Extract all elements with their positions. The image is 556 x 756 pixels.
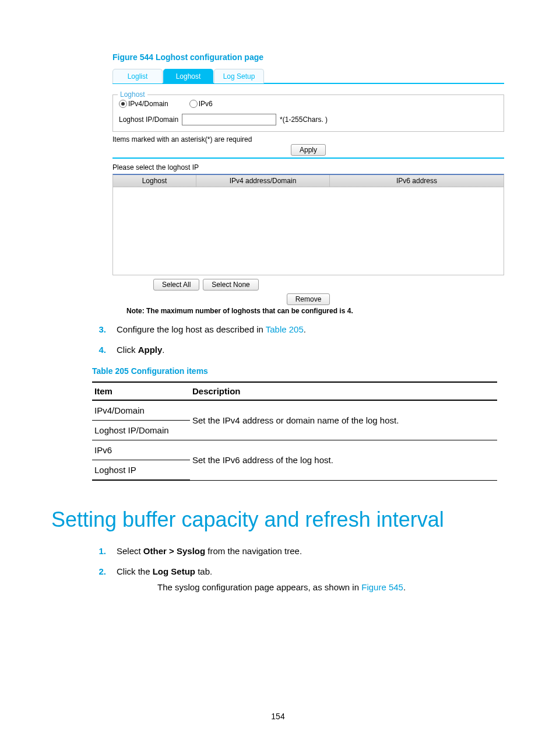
tab-bar: Loglist Loghost Log Setup [112, 68, 504, 84]
step3-text: Configure the log host as described in T… [117, 323, 306, 335]
max-note: Note: The maximum number of loghosts tha… [126, 307, 504, 315]
col-ipv6: IPv6 address [330, 175, 504, 187]
stepb1-text: Select Other > Syslog from the navigatio… [117, 545, 302, 557]
table-row: IPv6 Set the IPv6 address of the log hos… [92, 440, 497, 460]
col-loghost: Loghost [113, 175, 196, 187]
select-prompt: Please select the loghost IP [112, 163, 504, 172]
stepb1-marker: 1. [92, 545, 106, 557]
cell-desc: Set the IPv6 address of the log host. [190, 440, 497, 481]
th-description: Description [190, 382, 497, 400]
stepb1-post: from the navigation tree. [205, 546, 302, 556]
cell-item: IPv4/Domain [92, 400, 190, 421]
radio-ipv4-domain[interactable]: IPv4/Domain [119, 100, 168, 108]
logsetup-word: Log Setup [153, 566, 195, 576]
loghost-screenshot: Loglist Loghost Log Setup Loghost IPv4/D… [112, 68, 504, 315]
remove-button[interactable]: Remove [287, 293, 330, 305]
cell-item: Loghost IP/Domain [92, 421, 190, 440]
table-caption: Table 205 Configuration items [92, 366, 505, 376]
apply-button[interactable]: Apply [291, 144, 326, 156]
tab-loghost[interactable]: Loghost [163, 69, 213, 83]
chars-hint: *(1-255Chars. ) [280, 116, 328, 124]
table-header: Loghost IPv4 address/Domain IPv6 address [112, 174, 504, 187]
page-title: Setting buffer capacity and refresh inte… [51, 508, 505, 532]
step4-text-pre: Click [117, 345, 138, 355]
stepb2-post: tab. [195, 566, 212, 576]
stepb2-text: Click the Log Setup tab. [117, 565, 212, 578]
col-ipv4: IPv4 address/Domain [196, 175, 330, 187]
table-205-link[interactable]: Table 205 [266, 324, 304, 334]
step4-marker: 4. [92, 344, 106, 356]
radio-checked-icon [119, 100, 127, 108]
stepb1-pre: Select [117, 546, 143, 556]
loghost-ip-label: Loghost IP/Domain [119, 116, 178, 124]
fieldset-legend: Loghost [118, 90, 147, 99]
step3-text-post: . [304, 324, 306, 334]
stepb2-line2-pre: The syslog configuration page appears, a… [157, 582, 361, 592]
step3-marker: 3. [92, 323, 106, 335]
radio-ipv6[interactable]: IPv6 [189, 100, 213, 108]
table-row: IPv4/Domain Set the IPv4 address or doma… [92, 400, 497, 421]
cell-item: Loghost IP [92, 460, 190, 481]
config-items-table: Item Description IPv4/Domain Set the IPv… [92, 382, 497, 481]
radio-ipv4-label: IPv4/Domain [128, 100, 168, 108]
stepb2-line2-post: . [403, 582, 406, 592]
step4-text: Click Apply. [117, 344, 165, 356]
figure-caption: Figure 544 Loghost configuration page [112, 52, 505, 62]
cell-desc: Set the IPv4 address or domain name of t… [190, 400, 497, 440]
tab-logsetup[interactable]: Log Setup [214, 69, 264, 83]
nav-path: Other > Syslog [143, 546, 205, 556]
required-note: Items marked with an asterisk(*) are req… [112, 135, 504, 144]
apply-word: Apply [138, 345, 163, 355]
cell-item: IPv6 [92, 440, 190, 460]
stepb2-line2: The syslog configuration page appears, a… [157, 581, 505, 593]
figure-545-link[interactable]: Figure 545 [361, 582, 403, 592]
select-none-button[interactable]: Select None [203, 279, 258, 290]
th-item: Item [92, 382, 190, 400]
select-all-button[interactable]: Select All [153, 279, 199, 290]
table-body-empty [112, 187, 504, 275]
tab-loglist[interactable]: Loglist [112, 69, 163, 83]
stepb2-marker: 2. [92, 565, 106, 578]
loghost-fieldset: Loghost IPv4/Domain IPv6 Loghost IP/Doma… [112, 94, 504, 132]
page-number: 154 [0, 712, 556, 721]
radio-unchecked-icon [189, 100, 198, 108]
radio-ipv6-label: IPv6 [199, 100, 213, 108]
step4-text-post: . [162, 345, 164, 355]
loghost-ip-input[interactable] [182, 114, 276, 125]
divider [112, 158, 504, 159]
stepb2-pre: Click the [117, 566, 153, 576]
step3-text-pre: Configure the log host as described in [117, 324, 266, 334]
